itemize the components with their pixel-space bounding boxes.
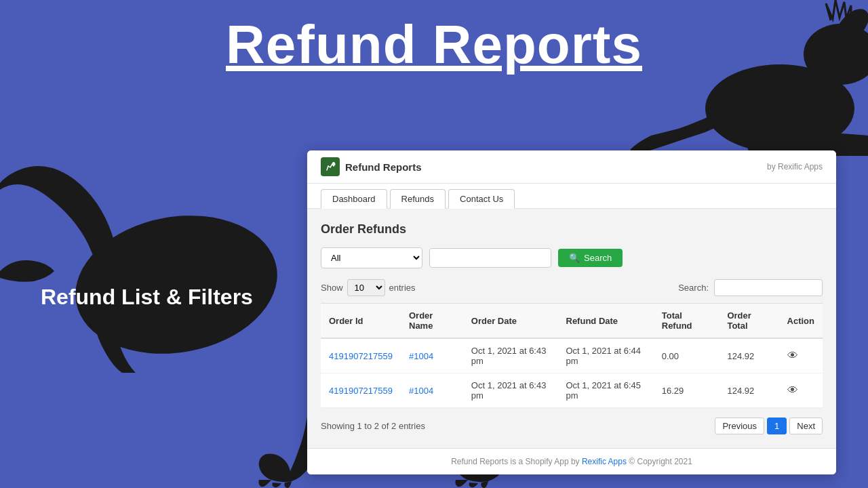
col-order-date: Order Date [463,304,558,339]
nav-tabs: Dashboard Refunds Contact Us [307,184,836,209]
card-header: Refund Reports by Rexific Apps [307,150,836,184]
app-logo [321,157,340,176]
data-table: Order Id Order Name Order Date Refund Da… [321,303,823,408]
filter-row: All Pending Completed 🔍 Search [321,247,823,268]
search-button-label: Search [584,253,612,263]
dino-top-right-icon [631,0,868,156]
footer-text-before: Refund Reports is a Shopify App by [451,457,582,466]
cell-total-refund: 0.00 [654,338,719,373]
table-header-row: Order Id Order Name Order Date Refund Da… [321,304,823,339]
show-entries: Show 10 25 50 100 entries [321,279,416,296]
cell-order-date: Oct 1, 2021 at 6:43 pm [463,338,558,373]
table-controls: Show 10 25 50 100 entries Search: [321,279,823,296]
svg-point-4 [332,162,335,165]
view-icon[interactable]: 👁 [787,384,798,396]
content-area: Order Refunds All Pending Completed 🔍 Se… [307,209,836,448]
view-icon[interactable]: 👁 [787,350,798,361]
order-id-link[interactable]: 4191907217559 [329,386,393,396]
card-header-left: Refund Reports [321,157,422,176]
dino-left-icon [0,136,312,373]
cell-action: 👁 [779,338,823,373]
col-total-refund: Total Refund [654,304,719,339]
card-footer: Refund Reports is a Shopify App by Rexif… [307,448,836,474]
main-card: Refund Reports by Rexific Apps Dashboard… [307,150,836,474]
pagination-controls: Previous 1 Next [715,418,823,434]
showing-text: Showing 1 to 2 of 2 entries [321,421,425,431]
cell-refund-date: Oct 1, 2021 at 6:45 pm [558,373,654,408]
tab-refunds[interactable]: Refunds [390,189,446,209]
cell-action: 👁 [779,373,823,408]
table-row: 4191907217559 #1004 Oct 1, 2021 at 6:43 … [321,373,823,408]
page-1-button[interactable]: 1 [767,418,787,434]
cell-order-id: 4191907217559 [321,373,401,408]
cell-order-total: 124.92 [719,338,778,373]
filter-search-input[interactable] [429,248,551,268]
search-icon: 🔍 [569,253,580,263]
order-id-link[interactable]: 4191907217559 [329,351,393,361]
cell-refund-date: Oct 1, 2021 at 6:44 pm [558,338,654,373]
col-order-name: Order Name [401,304,463,339]
by-rexific-label: by Rexific Apps [767,162,823,171]
cell-order-name: #1004 [401,373,463,408]
cell-total-refund: 16.29 [654,373,719,408]
col-refund-date: Refund Date [558,304,654,339]
next-button[interactable]: Next [789,418,823,434]
table-search-label: Search: [678,283,709,293]
cell-order-name: #1004 [401,338,463,373]
cell-order-date: Oct 1, 2021 at 6:43 pm [463,373,558,408]
order-name-link[interactable]: #1004 [409,386,433,396]
order-name-link[interactable]: #1004 [409,351,433,361]
table-row: 4191907217559 #1004 Oct 1, 2021 at 6:43 … [321,338,823,373]
app-title: Refund Reports [345,161,422,173]
cell-order-id: 4191907217559 [321,338,401,373]
col-order-total: Order Total [719,304,778,339]
table-search: Search: [678,279,823,296]
entries-select[interactable]: 10 25 50 100 [347,279,385,296]
footer-text-after: © Copyright 2021 [627,457,692,466]
filter-search-button[interactable]: 🔍 Search [558,249,623,267]
show-label: Show [321,283,343,293]
pagination-row: Showing 1 to 2 of 2 entries Previous 1 N… [321,418,823,434]
entries-suffix: entries [389,283,416,293]
footer-link[interactable]: Rexific Apps [582,457,627,466]
col-action: Action [779,304,823,339]
tab-dashboard[interactable]: Dashboard [321,189,387,209]
previous-button[interactable]: Previous [715,418,764,434]
filter-dropdown[interactable]: All Pending Completed [321,247,422,268]
table-search-input[interactable] [714,279,823,296]
section-title: Order Refunds [321,222,823,237]
tab-contact-us[interactable]: Contact Us [448,189,515,209]
col-order-id: Order Id [321,304,401,339]
sidebar-label: Refund List & Filters [41,285,253,310]
cell-order-total: 124.92 [719,373,778,408]
